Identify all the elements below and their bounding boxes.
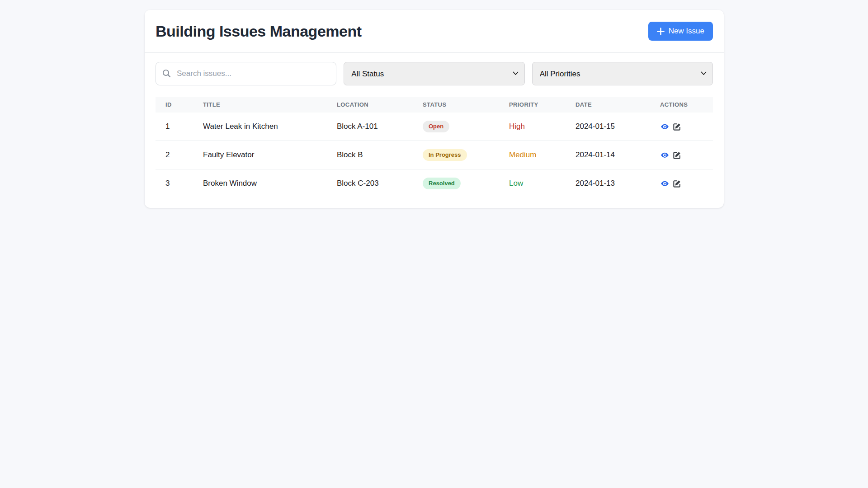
column-header-id: ID	[156, 97, 193, 113]
cell-actions	[650, 113, 713, 141]
edit-button[interactable]	[672, 122, 681, 131]
eye-icon	[660, 179, 669, 188]
cell-actions	[650, 169, 713, 198]
table-row: 1 Water Leak in Kitchen Block A-101 Open…	[156, 113, 713, 141]
column-header-priority: PRIORITY	[499, 97, 566, 113]
cell-location: Block C-203	[327, 169, 413, 198]
issues-table-body: 1 Water Leak in Kitchen Block A-101 Open…	[156, 113, 713, 197]
column-header-date: DATE	[566, 97, 650, 113]
cell-location: Block B	[327, 141, 413, 169]
edit-button[interactable]	[672, 179, 681, 188]
view-button[interactable]	[660, 179, 669, 188]
cell-title: Water Leak in Kitchen	[193, 113, 327, 141]
column-header-title: TITLE	[193, 97, 327, 113]
search-field-wrap	[156, 62, 336, 85]
status-badge: Resolved	[423, 178, 461, 189]
cell-title: Faulty Elevator	[193, 141, 327, 169]
cell-priority: Low	[499, 169, 566, 198]
cell-id: 1	[156, 113, 193, 141]
new-issue-button[interactable]: New Issue	[648, 22, 713, 41]
status-badge: Open	[423, 121, 449, 132]
page-title: Building Issues Management	[156, 23, 362, 40]
cell-status: Open	[413, 113, 499, 141]
status-badge: In Progress	[423, 149, 467, 161]
priority-label: Low	[509, 179, 523, 188]
edit-button[interactable]	[672, 150, 681, 160]
view-button[interactable]	[660, 122, 669, 131]
table-row: 2 Faulty Elevator Block B In Progress Me…	[156, 141, 713, 169]
eye-icon	[660, 151, 669, 160]
column-header-location: LOCATION	[327, 97, 413, 113]
status-filter-select[interactable]: All Status	[344, 62, 524, 85]
eye-icon	[660, 122, 669, 131]
new-issue-button-label: New Issue	[669, 27, 704, 36]
cell-priority: Medium	[499, 141, 566, 169]
status-filter-wrap: All Status	[344, 62, 524, 85]
table-header-row: ID TITLE LOCATION STATUS PRIORITY DATE A…	[156, 97, 713, 113]
search-icon	[162, 69, 171, 78]
priority-label: Medium	[509, 150, 536, 159]
card-header: Building Issues Management New Issue	[145, 10, 724, 53]
table-row: 3 Broken Window Block C-203 Resolved Low…	[156, 169, 713, 198]
cell-priority: High	[499, 113, 566, 141]
column-header-actions: ACTIONS	[650, 97, 713, 113]
edit-icon	[673, 151, 681, 160]
cell-status: In Progress	[413, 141, 499, 169]
edit-icon	[673, 179, 681, 188]
plus-icon	[657, 28, 665, 35]
search-input[interactable]	[156, 62, 336, 85]
cell-actions	[650, 141, 713, 169]
column-header-status: STATUS	[413, 97, 499, 113]
issues-table: ID TITLE LOCATION STATUS PRIORITY DATE A…	[156, 97, 713, 197]
priority-label: High	[509, 122, 525, 131]
cell-date: 2024-01-13	[566, 169, 650, 198]
cell-date: 2024-01-15	[566, 113, 650, 141]
priority-filter-select[interactable]: All Priorities	[532, 62, 713, 85]
cell-status: Resolved	[413, 169, 499, 198]
issues-card: Building Issues Management New Issue All…	[145, 10, 724, 208]
cell-date: 2024-01-14	[566, 141, 650, 169]
view-button[interactable]	[660, 150, 669, 160]
cell-title: Broken Window	[193, 169, 327, 198]
priority-filter-wrap: All Priorities	[532, 62, 713, 85]
filters-bar: All Status All Priorities	[145, 53, 724, 85]
cell-location: Block A-101	[327, 113, 413, 141]
issues-table-wrap: ID TITLE LOCATION STATUS PRIORITY DATE A…	[145, 85, 724, 208]
cell-id: 2	[156, 141, 193, 169]
cell-id: 3	[156, 169, 193, 198]
edit-icon	[673, 122, 681, 131]
